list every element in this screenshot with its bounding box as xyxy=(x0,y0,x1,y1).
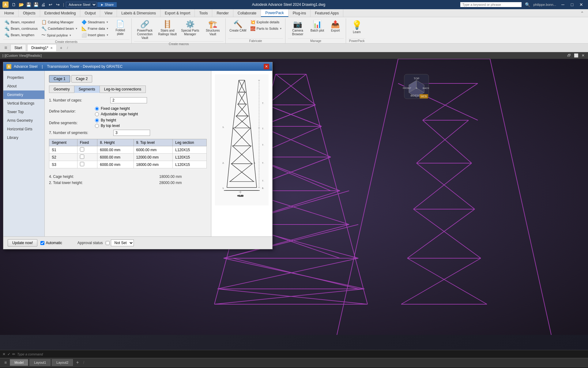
camera-browser-btn[interactable]: 📷 Camera Browser xyxy=(288,19,308,37)
section-tab-geometry[interactable]: Geometry xyxy=(49,86,74,93)
parts-solids-btn[interactable]: 🧱 Parts to Solids ▼ xyxy=(249,25,283,32)
new-btn[interactable]: 🗋 xyxy=(10,1,17,8)
view-close-btn[interactable]: ✕ xyxy=(581,53,586,58)
explode-btn[interactable]: 💥 Explode details xyxy=(249,19,283,25)
seg-height[interactable]: 6000.00 mm xyxy=(97,161,134,168)
add-tab-btn[interactable]: + xyxy=(58,44,65,51)
tab-layout2[interactable]: Layout2 xyxy=(52,359,73,366)
seg-height[interactable]: 6000.00 mm xyxy=(97,146,134,154)
fullscreen-btn[interactable]: ⬜ xyxy=(573,53,579,58)
spiral-btn[interactable]: 〜 Spiral polyline ▼ xyxy=(40,32,79,39)
nav-tower-top[interactable]: Tower Top xyxy=(3,108,44,116)
cmd-check-btn[interactable]: ✓ xyxy=(7,352,10,356)
by-height-radio[interactable] xyxy=(95,118,99,122)
search-input[interactable] xyxy=(460,2,522,7)
nav-properties[interactable]: Properties xyxy=(3,73,44,82)
insert-glass-btn[interactable]: ⬜ Insert glass ▼ xyxy=(80,32,110,38)
maximize-btn[interactable]: □ xyxy=(568,2,576,8)
cage-tab-2[interactable]: Cage 2 xyxy=(71,75,92,82)
beam-repeated-btn[interactable]: 🔩 Beam, repeated xyxy=(3,19,39,25)
frame-data-btn[interactable]: 📐 Frame data ▼ xyxy=(80,25,110,32)
tab-layout1[interactable]: Layout1 xyxy=(29,359,51,366)
beam-continuous-label: Beam, continuous xyxy=(11,27,38,30)
undo-btn[interactable]: ↩ xyxy=(47,1,54,8)
seg-fixed[interactable] xyxy=(77,161,97,168)
tab-tools[interactable]: Tools xyxy=(195,9,212,17)
seg-fixed-checkbox[interactable] xyxy=(80,147,84,151)
cmd-draw-btn[interactable]: ✏ xyxy=(12,352,15,356)
nav-arms-geometry[interactable]: Arms Geometry xyxy=(3,116,44,125)
tab-drawing1[interactable]: Drawing1* ✕ xyxy=(27,44,56,51)
tab-powerpack[interactable]: PowerPack xyxy=(261,9,288,17)
tab-output[interactable]: Output xyxy=(80,9,100,17)
tab-home[interactable]: Home xyxy=(0,9,19,17)
seg-fixed-checkbox[interactable] xyxy=(80,162,84,166)
nav-horizontal-girts[interactable]: Horizontal Girts xyxy=(3,125,44,133)
workspace-select[interactable]: Advance Steel xyxy=(66,2,97,7)
num-cages-input[interactable] xyxy=(110,97,147,103)
tab-model[interactable]: Model xyxy=(10,359,28,366)
search-btn[interactable]: 🔍 xyxy=(524,1,531,8)
command-input[interactable] xyxy=(17,352,586,356)
stairs-vault-btn[interactable]: 🪜 Stairs and Railings Vault xyxy=(157,19,178,37)
tab-render[interactable]: Render xyxy=(212,9,233,17)
fixed-cage-radio[interactable] xyxy=(95,107,99,111)
save-btn[interactable]: 💾 xyxy=(25,1,32,8)
update-now-btn[interactable]: Update now! xyxy=(8,239,37,247)
tab-export[interactable]: Export & Import xyxy=(160,9,195,17)
seg-height[interactable]: 6000.00 mm xyxy=(97,154,134,161)
add-layout-btn[interactable]: + xyxy=(74,360,81,365)
save2-btn[interactable]: 💾 xyxy=(32,1,39,8)
nav-about[interactable]: About xyxy=(3,82,44,90)
tab-plugins[interactable]: Plug-ins xyxy=(288,9,311,17)
dialog-close-btn[interactable]: ✕ xyxy=(264,64,269,69)
seg-fixed[interactable] xyxy=(77,154,97,161)
catalog-manager-btn[interactable]: 📋 Catalog Manager xyxy=(40,19,79,25)
by-top-radio[interactable] xyxy=(95,124,99,128)
share-btn[interactable]: ► Share xyxy=(97,2,117,7)
restore-btn[interactable]: 🗗 xyxy=(566,53,572,58)
cmd-x-btn[interactable]: ✕ xyxy=(2,352,6,356)
tab-extended-modeling[interactable]: Extended Modeling xyxy=(40,9,81,17)
print-btn[interactable]: 🖨 xyxy=(40,1,47,8)
structures-vault-btn[interactable]: 🏗️ Structures Vault xyxy=(202,19,224,37)
close-btn[interactable]: ✕ xyxy=(577,2,586,8)
nav-geometry[interactable]: Geometry xyxy=(3,90,44,99)
nav-left-btn[interactable]: ≡ xyxy=(2,360,9,365)
nav-btn[interactable]: ≡ xyxy=(2,44,9,51)
special-parts-btn[interactable]: ⚙️ Special Parts Manager xyxy=(179,19,201,37)
section-tab-segments[interactable]: Segments xyxy=(74,86,100,93)
tab-labels[interactable]: Labels & Dimensions xyxy=(117,9,160,17)
num-segments-input[interactable] xyxy=(113,130,150,136)
tab-view[interactable]: View xyxy=(100,9,117,17)
learn-btn[interactable]: 💡 Learn xyxy=(349,19,365,35)
tab-objects[interactable]: Objects xyxy=(19,9,40,17)
steadmans-btn[interactable]: 🔷 Steadmans ▼ xyxy=(80,19,110,25)
minimize-btn[interactable]: ─ xyxy=(559,2,567,8)
seg-fixed-checkbox[interactable] xyxy=(80,155,84,159)
powerpack-vault-btn[interactable]: 🔗 PowerPack Connection Vault xyxy=(134,19,156,41)
folded-plate-btn[interactable]: 📄 Folded plate xyxy=(111,19,130,37)
tab-featured[interactable]: Featured Apps xyxy=(311,9,343,17)
tab-close-icon[interactable]: ✕ xyxy=(50,46,53,50)
approval-status-select[interactable]: Not Set xyxy=(111,240,134,246)
cage-tab-1[interactable]: Cage 1 xyxy=(49,75,70,82)
automatic-checkbox[interactable] xyxy=(40,241,44,245)
section-tab-legtoleg[interactable]: Leg-to-leg connections xyxy=(100,86,146,93)
seg-fixed[interactable] xyxy=(77,146,97,154)
ribbon-expand-btn[interactable]: ⌃ xyxy=(579,10,586,17)
nav-vertical-bracings[interactable]: Vertical Bracings xyxy=(3,99,44,108)
redo-btn[interactable]: ↪ xyxy=(55,1,61,8)
nav-library[interactable]: Library xyxy=(3,133,44,142)
batch-plot-btn[interactable]: 📊 Batch plot xyxy=(309,19,326,33)
open-btn[interactable]: 📂 xyxy=(18,1,24,8)
castellated-btn[interactable]: 🔧 Castellated beam ▼ xyxy=(40,25,79,32)
tab-collaborate[interactable]: Collaborate xyxy=(233,9,261,17)
beam-continuous-btn[interactable]: 🔩 Beam, continuous xyxy=(3,25,39,32)
export-btn[interactable]: 📤 Export xyxy=(327,19,344,33)
adjustable-cage-radio[interactable] xyxy=(95,112,99,116)
tab-start[interactable]: Start xyxy=(10,44,26,51)
create-cam-btn[interactable]: 🔨 Create CAM xyxy=(228,19,248,33)
approval-status-checkbox[interactable] xyxy=(106,241,110,245)
beam-lengthen-btn[interactable]: 🔩 Beam, lengthen xyxy=(3,32,39,38)
